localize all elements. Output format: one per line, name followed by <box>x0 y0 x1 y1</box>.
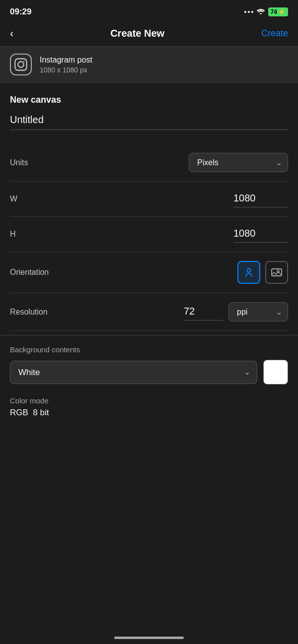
svg-rect-0 <box>15 59 26 70</box>
color-swatch[interactable] <box>263 360 288 385</box>
battery-icon: 74⚡ <box>268 7 288 16</box>
height-input[interactable] <box>233 226 288 243</box>
units-dropdown-wrapper: Pixels Inches Centimeters Millimeters <box>189 153 288 172</box>
status-bar: 09:29 74⚡ <box>0 0 298 22</box>
template-info: Instagram post 1080 x 1080 px <box>40 56 92 74</box>
width-label: W <box>10 194 17 203</box>
orientation-controls <box>237 261 288 284</box>
home-indicator <box>114 637 184 639</box>
portrait-button[interactable] <box>237 261 260 284</box>
width-input[interactable] <box>233 191 288 207</box>
svg-rect-4 <box>272 269 282 276</box>
resolution-input[interactable] <box>184 304 224 321</box>
template-row: Instagram post 1080 x 1080 px <box>0 46 298 83</box>
template-size: 1080 x 1080 px <box>40 66 92 74</box>
status-time: 09:29 <box>10 7 31 17</box>
signal-icon <box>244 11 253 13</box>
canvas-name-input[interactable] <box>10 112 288 130</box>
page-title: Create New <box>110 28 164 39</box>
svg-point-1 <box>18 62 24 67</box>
height-label: H <box>10 230 16 239</box>
create-button[interactable]: Create <box>261 28 288 39</box>
resolution-label: Resolution <box>10 308 48 317</box>
resolution-controls: ppi ppc <box>184 302 288 322</box>
background-dropdown-wrapper: White Black Transparent Custom... <box>10 361 257 384</box>
width-row: W <box>10 182 288 217</box>
back-button[interactable]: ‹ <box>10 28 13 39</box>
color-mode-section: Color mode RGB 8 bit <box>0 396 298 418</box>
section-title: New canvas <box>10 95 288 105</box>
template-name: Instagram post <box>40 56 92 64</box>
landscape-button[interactable] <box>265 261 288 284</box>
svg-point-2 <box>23 61 24 62</box>
units-row: Units Pixels Inches Centimeters Millimet… <box>10 144 288 182</box>
background-select[interactable]: White Black Transparent Custom... <box>10 361 257 384</box>
orientation-label: Orientation <box>10 268 49 277</box>
wifi-icon <box>256 8 265 15</box>
units-select[interactable]: Pixels Inches Centimeters Millimeters <box>189 153 288 172</box>
nav-bar: ‹ Create New Create <box>0 22 298 46</box>
status-icons: 74⚡ <box>244 7 288 16</box>
svg-point-3 <box>247 269 251 272</box>
resolution-row: Resolution ppi ppc <box>10 293 288 331</box>
orientation-row: Orientation <box>10 252 288 293</box>
resolution-unit-wrapper: ppi ppc <box>228 302 288 322</box>
portrait-icon <box>243 266 255 278</box>
background-row: White Black Transparent Custom... <box>10 360 288 385</box>
background-section: Background contents White Black Transpar… <box>0 335 298 385</box>
units-label: Units <box>10 158 28 167</box>
resolution-unit-select[interactable]: ppi ppc <box>228 302 288 322</box>
color-mode-value: RGB 8 bit <box>10 408 288 418</box>
background-label: Background contents <box>10 345 288 354</box>
color-mode-label: Color mode <box>10 396 288 405</box>
landscape-icon <box>271 266 283 278</box>
height-row: H <box>10 217 288 252</box>
instagram-icon <box>10 54 32 75</box>
form-area: New canvas Units Pixels Inches Centimete… <box>0 83 298 331</box>
